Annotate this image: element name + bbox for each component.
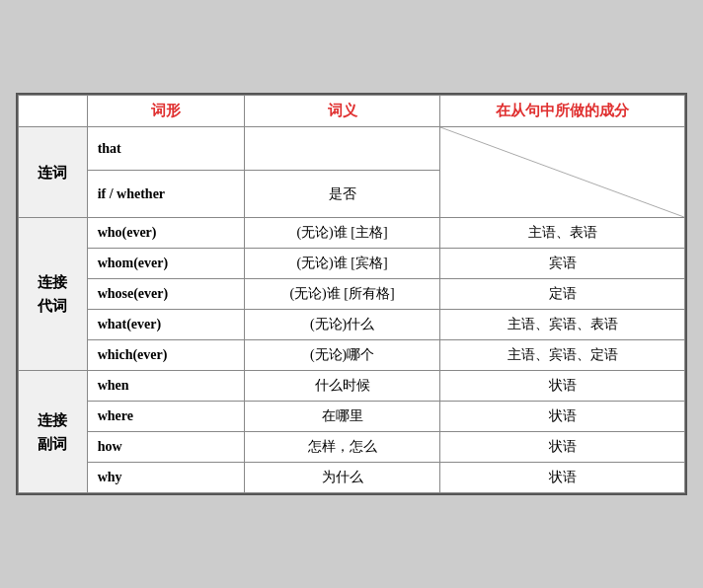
role-cell: 主语、表语 <box>440 218 685 249</box>
grammar-table: 词形 词义 在从句中所做的成分 连词thatif / whether是否连接代词… <box>18 95 685 493</box>
word-cell: that <box>87 127 244 171</box>
table-row: 连接副词when什么时候状语 <box>19 371 685 402</box>
role-cell: 定语 <box>440 279 685 310</box>
category-cell: 连词 <box>19 127 88 218</box>
diagonal-line <box>440 127 684 217</box>
meaning-cell: (无论)谁 [宾格] <box>244 249 439 279</box>
category-cell: 连接代词 <box>19 218 88 371</box>
header-word-form: 词形 <box>87 96 244 127</box>
word-cell: where <box>87 402 244 432</box>
table-row: whose(ever)(无论)谁 [所有格]定语 <box>19 279 685 310</box>
word-cell: what(ever) <box>87 310 244 340</box>
meaning-cell: (无论)谁 [所有格] <box>244 279 439 310</box>
word-cell: whom(ever) <box>87 249 244 279</box>
role-cell: 宾语 <box>440 249 685 279</box>
role-cell <box>440 127 685 218</box>
role-cell: 主语、宾语、定语 <box>440 340 685 371</box>
word-cell: whose(ever) <box>87 279 244 310</box>
meaning-cell: (无论)哪个 <box>244 340 439 371</box>
table-row: 连接代词who(ever)(无论)谁 [主格]主语、表语 <box>19 218 685 249</box>
table-row: where在哪里状语 <box>19 402 685 432</box>
table-row: whom(ever)(无论)谁 [宾格]宾语 <box>19 249 685 279</box>
role-cell: 状语 <box>440 432 685 463</box>
meaning-cell: 为什么 <box>244 463 439 493</box>
table-row: what(ever)(无论)什么主语、宾语、表语 <box>19 310 685 340</box>
word-cell: why <box>87 463 244 493</box>
role-cell: 状语 <box>440 402 685 432</box>
table-header-row: 词形 词义 在从句中所做的成分 <box>19 96 685 127</box>
table-row: 连词that <box>19 127 685 171</box>
table-row: how怎样，怎么状语 <box>19 432 685 463</box>
word-cell: if / whether <box>87 171 244 218</box>
header-role: 在从句中所做的成分 <box>440 96 685 127</box>
meaning-cell: 什么时候 <box>244 371 439 402</box>
meaning-cell: 怎样，怎么 <box>244 432 439 463</box>
role-cell: 状语 <box>440 371 685 402</box>
table-row: which(ever)(无论)哪个主语、宾语、定语 <box>19 340 685 371</box>
meaning-cell: 在哪里 <box>244 402 439 432</box>
meaning-cell: 是否 <box>244 171 439 218</box>
header-meaning: 词义 <box>244 96 439 127</box>
table-body: 连词thatif / whether是否连接代词who(ever)(无论)谁 [… <box>19 127 685 493</box>
grammar-table-wrapper: 词形 词义 在从句中所做的成分 连词thatif / whether是否连接代词… <box>16 93 687 495</box>
meaning-cell <box>244 127 439 171</box>
svg-line-0 <box>440 127 684 217</box>
role-cell: 主语、宾语、表语 <box>440 310 685 340</box>
category-cell: 连接副词 <box>19 371 88 493</box>
word-cell: when <box>87 371 244 402</box>
header-category <box>19 96 88 127</box>
meaning-cell: (无论)谁 [主格] <box>244 218 439 249</box>
role-cell: 状语 <box>440 463 685 493</box>
word-cell: which(ever) <box>87 340 244 371</box>
word-cell: who(ever) <box>87 218 244 249</box>
meaning-cell: (无论)什么 <box>244 310 439 340</box>
table-row: why为什么状语 <box>19 463 685 493</box>
word-cell: how <box>87 432 244 463</box>
